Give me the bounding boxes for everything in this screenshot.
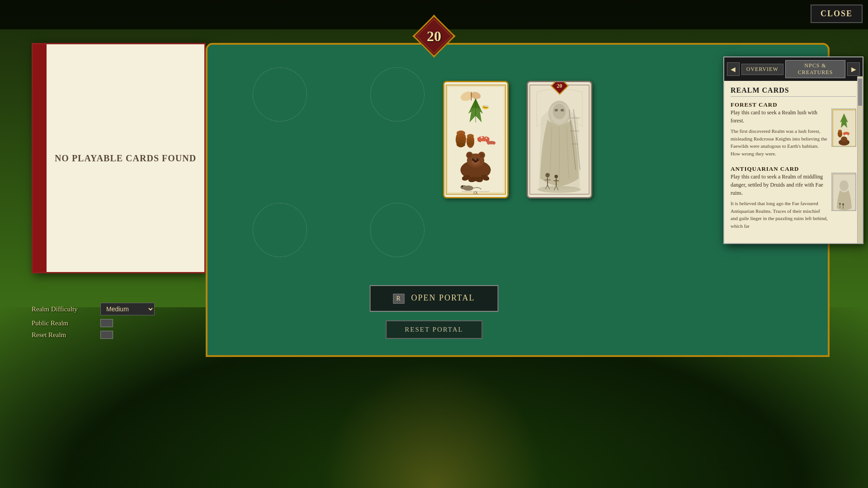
level-number: 20 [427, 28, 441, 45]
svg-marker-3 [432, 55, 436, 58]
svg-point-72 [561, 109, 564, 112]
svg-point-100 [841, 136, 847, 142]
svg-point-60 [461, 186, 463, 188]
deco-circle-4 [370, 203, 425, 257]
svg-point-51 [473, 159, 474, 160]
svg-point-50 [476, 158, 479, 161]
difficulty-row: Realm Difficulty Medium Easy Hard Nightm… [32, 303, 155, 315]
book-content: NO PLAYABLE CARDS FOUND [47, 44, 204, 272]
realm-cards-title: REALM CARDS [731, 86, 856, 97]
open-portal-button[interactable]: R OPEN PORTAL [370, 285, 499, 312]
antiquarian-entry-thumbnail [831, 173, 856, 211]
forest-card-illustration: IX [444, 82, 507, 197]
antiquarian-card[interactable]: 20 [527, 81, 592, 198]
svg-point-38 [486, 138, 487, 139]
antiquarian-entry-title: ANTIQUARIAN CARD [731, 165, 856, 173]
forest-entry-header: Play this card to seek a Realm lush with… [731, 108, 856, 157]
cards-area: IX 20 [443, 81, 592, 198]
antiquarian-card-badge: 20 [552, 81, 567, 93]
svg-point-32 [467, 142, 474, 146]
deco-circle-3 [253, 203, 307, 257]
forest-card[interactable]: IX [443, 81, 509, 198]
svg-point-98 [843, 132, 849, 135]
difficulty-label: Realm Difficulty [32, 305, 95, 313]
portal-button-label: OPEN PORTAL [411, 293, 475, 302]
reset-portal-label: RESET PORTAL [405, 326, 463, 333]
svg-text:IX: IX [473, 190, 478, 195]
svg-point-103 [840, 180, 849, 191]
deco-circle-1 [253, 67, 307, 122]
scrollbar-thumb [858, 79, 862, 106]
svg-point-70 [553, 103, 566, 119]
forest-card-entry: FOREST CARD Play this card to seek a Rea… [731, 101, 856, 157]
tab-overview[interactable]: OVERVIEW [741, 64, 783, 75]
difficulty-dropdown[interactable]: Medium Easy Hard Nightmare [100, 303, 155, 315]
svg-point-45 [467, 153, 472, 158]
svg-point-88 [538, 186, 581, 193]
svg-point-37 [484, 136, 486, 137]
reset-portal-button[interactable]: RESET PORTAL [386, 320, 482, 339]
antiquarian-entry-desc: Play this card to seek a Realm of middli… [731, 173, 828, 197]
antiquarian-entry-lore: It is believed that long ago the Fae fav… [731, 200, 828, 230]
info-panel-header: ◀ OVERVIEW NPCS & CREATURES ▶ [724, 57, 863, 81]
level-badge: 20 [411, 14, 457, 59]
public-realm-row: Public Realm [32, 319, 155, 327]
antiquarian-entry-header: Play this card to seek a Realm of middli… [731, 173, 856, 230]
reset-realm-toggle[interactable] [100, 331, 113, 339]
public-realm-toggle[interactable] [100, 319, 113, 327]
svg-marker-4 [412, 34, 415, 38]
close-button[interactable]: CLOSE [811, 5, 863, 23]
scrollbar[interactable] [857, 76, 863, 243]
svg-point-27 [457, 143, 465, 147]
svg-point-71 [554, 109, 558, 112]
no-cards-message: NO PLAYABLE CARDS FOUND [55, 153, 196, 164]
bottom-controls: Realm Difficulty Medium Easy Hard Nightm… [32, 303, 155, 339]
info-nav-next[interactable]: ▶ [847, 62, 860, 76]
svg-point-47 [480, 153, 484, 158]
forest-entry-desc: Play this card to seek a Realm lush with… [731, 108, 828, 125]
svg-marker-2 [432, 14, 436, 17]
svg-point-53 [474, 160, 477, 163]
svg-point-106 [842, 203, 844, 205]
svg-marker-5 [453, 34, 456, 38]
info-panel: ◀ OVERVIEW NPCS & CREATURES ▶ REALM CARD… [723, 56, 863, 244]
svg-point-78 [545, 173, 550, 178]
reset-realm-row: Reset Realm [32, 331, 155, 339]
svg-point-52 [478, 159, 479, 160]
antiquarian-card-entry: ANTIQUARIAN CARD Play this card to seek … [731, 165, 856, 230]
svg-point-95 [838, 133, 842, 136]
tab-npcs[interactable]: NPCS & CREATURES [785, 60, 846, 78]
forest-entry-lore: The first discovered Realm was a lush fo… [731, 127, 828, 157]
svg-point-36 [481, 136, 483, 138]
public-realm-label: Public Realm [32, 319, 95, 327]
svg-point-59 [460, 185, 466, 190]
svg-point-104 [839, 203, 841, 205]
antiquarian-card-illustration [528, 82, 591, 197]
svg-point-41 [487, 141, 495, 145]
forest-entry-thumbnail [831, 108, 856, 147]
portal-key: R [393, 294, 405, 304]
reset-realm-label: Reset Realm [32, 331, 95, 339]
deco-circle-2 [370, 67, 425, 122]
svg-point-35 [477, 136, 490, 141]
forest-entry-title: FOREST CARD [731, 101, 856, 108]
info-content: REALM CARDS FOREST CARD Play this card t… [724, 81, 863, 243]
svg-point-83 [554, 175, 558, 178]
book-spine [33, 44, 47, 272]
book-panel: NO PLAYABLE CARDS FOUND [32, 43, 206, 273]
svg-point-49 [472, 158, 475, 161]
info-nav-prev[interactable]: ◀ [727, 62, 740, 76]
